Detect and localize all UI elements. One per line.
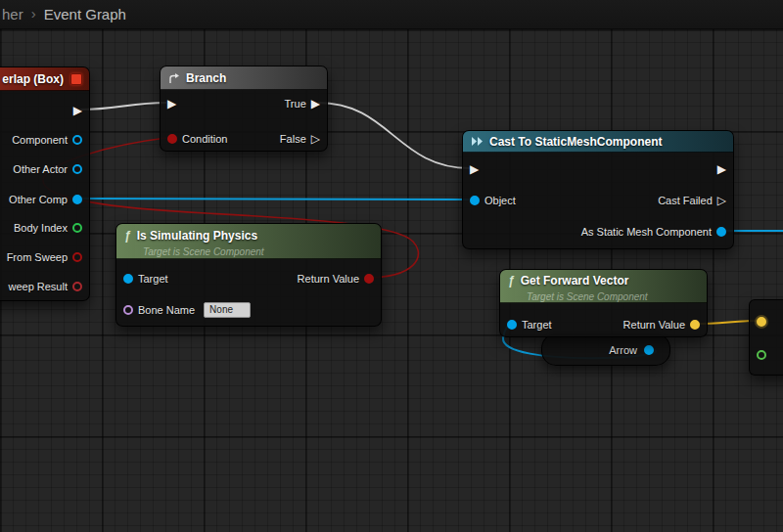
pin-row-return-value[interactable]: Return Value <box>623 317 700 332</box>
node-title: Branch <box>186 71 226 85</box>
pin-row-sweep-result[interactable]: weep Result <box>8 279 82 294</box>
exec-in-icon[interactable]: ▶ <box>167 98 176 110</box>
pin-label: Other Actor <box>13 163 68 175</box>
event-icon <box>70 73 82 85</box>
pin-row-cast-failed[interactable]: Cast Failed ▷ <box>658 193 726 208</box>
is-simulating-physics-header[interactable]: ƒ Is Simulating Physics Target is Scene … <box>116 224 381 259</box>
node-subtitle: Target is Scene Component <box>143 246 373 257</box>
arrow-output-pin[interactable] <box>644 345 654 355</box>
pin-row-other-actor[interactable]: Other Actor <box>13 161 82 177</box>
body-index-pin[interactable] <box>72 223 82 233</box>
pin-row-component[interactable]: Component <box>12 132 82 148</box>
node-event-overlap[interactable]: erlap (Box) ▶ Component Other Actor Othe… <box>0 66 90 301</box>
node-branch[interactable]: Branch ▶ Condition True ▶ False ▷ <box>160 66 328 152</box>
component-pin[interactable] <box>72 135 82 145</box>
pin-label: Return Value <box>298 273 359 285</box>
pin-row-from-sweep[interactable]: From Sweep <box>7 249 82 265</box>
bone-name-pin[interactable] <box>123 305 133 315</box>
pin-row-target[interactable]: Target <box>123 271 168 287</box>
return-value-pin[interactable] <box>364 274 374 284</box>
exec-in-icon[interactable]: ▶ <box>470 163 479 175</box>
pin-label: False <box>280 133 306 145</box>
node-arrow-variable[interactable]: Arrow <box>541 333 670 366</box>
exec-in-pin-row[interactable]: ▶ <box>470 161 479 177</box>
function-icon: ƒ <box>124 230 131 242</box>
other-comp-pin[interactable] <box>72 195 82 204</box>
pin-label: Bone Name <box>138 304 195 316</box>
breadcrumb: her › Event Graph <box>0 0 783 29</box>
pin-label: Other Comp <box>9 194 68 205</box>
return-value-pin[interactable] <box>690 320 700 330</box>
exec-out-pin-row[interactable]: ▶ <box>717 161 726 177</box>
breadcrumb-parent[interactable]: her <box>2 6 23 22</box>
target-pin[interactable] <box>507 320 517 330</box>
pin-label: True <box>285 98 306 110</box>
cast-icon <box>471 136 484 147</box>
condition-pin[interactable] <box>167 134 177 144</box>
exec-out-icon[interactable]: ▶ <box>717 163 726 175</box>
sweep-result-pin[interactable] <box>72 282 82 291</box>
pin-label: Body Index <box>14 222 68 234</box>
cast-failed-exec-icon[interactable]: ▷ <box>717 195 726 206</box>
node-title: erlap (Box) <box>2 72 64 86</box>
pin-label: From Sweep <box>7 251 68 263</box>
exec-out-icon[interactable]: ▶ <box>73 105 82 116</box>
false-exec-icon[interactable]: ▷ <box>311 133 320 145</box>
object-pin[interactable] <box>470 196 480 205</box>
event-node-header[interactable]: erlap (Box) <box>0 67 89 91</box>
as-static-mesh-pin[interactable] <box>716 227 726 237</box>
pin-label: Target <box>138 273 168 285</box>
node-partial-right[interactable] <box>749 299 783 376</box>
from-sweep-pin[interactable] <box>72 252 82 262</box>
chevron-right-icon: › <box>31 5 36 22</box>
pin-label: Return Value <box>623 319 685 331</box>
pin-label: As Static Mesh Component <box>581 226 712 238</box>
exec-out-pin-row[interactable]: ▶ <box>73 103 82 118</box>
target-pin[interactable] <box>123 274 133 284</box>
variable-label: Arrow <box>609 344 637 356</box>
pin-label: Cast Failed <box>658 195 713 206</box>
pin-row-return-value[interactable]: Return Value <box>298 271 374 287</box>
node-get-forward-vector[interactable]: ƒ Get Forward Vector Target is Scene Com… <box>499 269 708 337</box>
pin-row-object[interactable]: Object <box>470 193 516 208</box>
pin-row-bone-name[interactable]: Bone Name None <box>123 302 251 318</box>
pin-label: Component <box>12 134 68 146</box>
cast-node-header[interactable]: Cast To StaticMeshComponent <box>463 131 733 153</box>
blueprint-editor: erlap (Box) ▶ Component Other Actor Othe… <box>0 0 783 532</box>
branch-node-header[interactable]: Branch <box>161 66 327 90</box>
pin-row-other-comp[interactable]: Other Comp <box>9 192 82 207</box>
function-icon: ƒ <box>508 275 515 287</box>
vector-input-pin[interactable] <box>757 317 766 327</box>
float-input-pin[interactable] <box>757 350 766 360</box>
pin-label: Object <box>484 195 516 206</box>
other-actor-pin[interactable] <box>72 164 82 174</box>
node-title: Get Forward Vector <box>521 274 629 288</box>
get-forward-vector-header[interactable]: ƒ Get Forward Vector Target is Scene Com… <box>500 270 707 303</box>
node-cast-to-staticmeshcomponent[interactable]: Cast To StaticMeshComponent ▶ Object ▶ C… <box>462 130 734 249</box>
node-subtitle: Target is Scene Component <box>527 291 699 302</box>
breadcrumb-current[interactable]: Event Graph <box>44 6 126 22</box>
pin-label: Target <box>522 319 552 331</box>
pin-row-false[interactable]: False ▷ <box>280 131 320 147</box>
node-title: Cast To StaticMeshComponent <box>489 135 662 149</box>
pin-label: Condition <box>182 133 227 145</box>
exec-in-pin-row[interactable]: ▶ <box>167 96 176 111</box>
pin-row-target[interactable]: Target <box>507 317 552 332</box>
pin-label: weep Result <box>8 281 68 292</box>
pin-row-as-static-mesh[interactable]: As Static Mesh Component <box>581 224 726 240</box>
pin-row-true[interactable]: True ▶ <box>285 96 320 111</box>
true-exec-icon[interactable]: ▶ <box>311 98 320 110</box>
bone-name-field[interactable]: None <box>204 302 251 318</box>
branch-icon <box>168 72 180 84</box>
pin-row-condition[interactable]: Condition <box>167 131 227 147</box>
pin-row-body-index[interactable]: Body Index <box>14 220 82 236</box>
node-title: Is Simulating Physics <box>137 229 257 243</box>
pin-row-vector-input[interactable] <box>757 314 766 330</box>
node-is-simulating-physics[interactable]: ƒ Is Simulating Physics Target is Scene … <box>115 223 382 327</box>
pin-row-float-input[interactable] <box>757 347 766 363</box>
